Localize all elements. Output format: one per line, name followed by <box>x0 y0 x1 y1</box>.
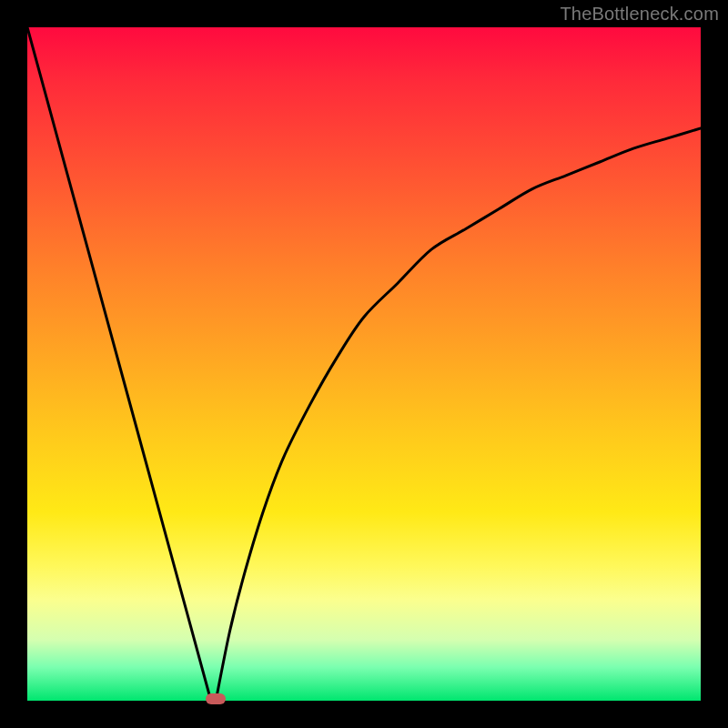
curve-right-branch <box>216 128 701 701</box>
plot-area <box>27 27 701 701</box>
curve-layer <box>27 27 701 701</box>
minimum-marker <box>206 693 226 704</box>
chart-frame: TheBottleneck.com <box>0 0 728 728</box>
curve-left-branch <box>27 27 216 701</box>
watermark-text: TheBottleneck.com <box>560 4 719 25</box>
